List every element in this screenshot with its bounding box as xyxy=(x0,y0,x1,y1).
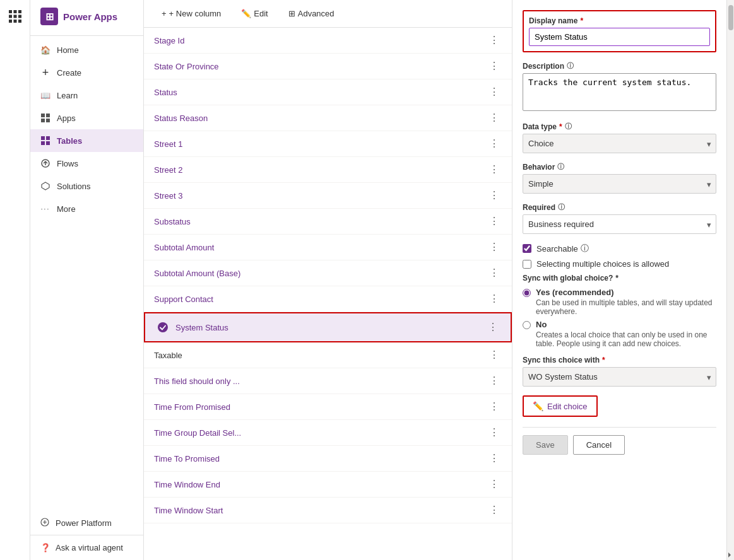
sync-yes-label: Yes (recommended) xyxy=(536,288,716,297)
list-item-more-icon[interactable]: ⋮ xyxy=(485,321,500,334)
list-item[interactable]: Street 2 ⋮ xyxy=(144,157,512,183)
sidebar-item-solutions[interactable]: Solutions xyxy=(30,175,143,197)
new-column-button[interactable]: + + New column xyxy=(154,5,228,22)
list-item-more-icon[interactable]: ⋮ xyxy=(487,241,502,254)
sync-yes-radio[interactable] xyxy=(523,289,531,297)
sidebar-label-solutions: Solutions xyxy=(57,182,90,191)
save-button[interactable]: Save xyxy=(523,435,568,455)
scrollbar[interactable] xyxy=(726,0,734,560)
sidebar-item-learn[interactable]: 📖 Learn xyxy=(30,84,143,107)
list-item[interactable]: Time To Promised ⋮ xyxy=(144,446,512,472)
data-type-select[interactable]: Choice xyxy=(523,134,716,153)
list-item[interactable]: Status Reason ⋮ xyxy=(144,105,512,131)
learn-icon: 📖 xyxy=(40,90,50,100)
behavior-label: Behavior ⓘ xyxy=(523,162,716,172)
list-item[interactable]: Street 3 ⋮ xyxy=(144,183,512,209)
searchable-checkbox[interactable] xyxy=(523,244,531,253)
list-item-more-icon[interactable]: ⋮ xyxy=(487,375,502,387)
list-item-more-icon[interactable]: ⋮ xyxy=(487,267,502,279)
svg-point-19 xyxy=(158,322,168,332)
sync-no-desc: Creates a local choice that can only be … xyxy=(536,330,716,348)
list-item-more-icon[interactable]: ⋮ xyxy=(487,400,502,413)
list-item-more-icon[interactable]: ⋮ xyxy=(487,163,502,176)
description-textarea[interactable]: Tracks the current system status. xyxy=(523,73,716,111)
list-item-more-icon[interactable]: ⋮ xyxy=(487,112,502,124)
edit-choice-button[interactable]: ✏️ Edit choice xyxy=(523,395,598,417)
list-item[interactable]: This field should only ... ⋮ xyxy=(144,368,512,394)
description-info-icon: ⓘ xyxy=(567,61,574,71)
list-item[interactable]: Time From Promised ⋮ xyxy=(144,394,512,420)
sidebar-item-flows[interactable]: Flows xyxy=(30,152,143,175)
list-item-more-icon[interactable]: ⋮ xyxy=(487,426,502,439)
sync-no-radio[interactable] xyxy=(523,321,531,329)
sidebar-label-learn: Learn xyxy=(57,91,78,100)
list-item-more-icon[interactable]: ⋮ xyxy=(487,34,502,47)
sync-yes-desc: Can be used in multiple tables, and will… xyxy=(536,298,716,316)
list-item[interactable]: Street 1 ⋮ xyxy=(144,131,512,157)
sync-global-title: Sync with global choice? * xyxy=(523,274,716,283)
sidebar-label-create: Create xyxy=(57,68,81,78)
list-item-more-icon[interactable]: ⋮ xyxy=(487,86,502,98)
list-item[interactable]: Taxable ⋮ xyxy=(144,342,512,368)
list-item-more-icon[interactable]: ⋮ xyxy=(487,293,502,305)
multiple-choices-checkbox[interactable] xyxy=(523,260,531,269)
list-item[interactable]: Time Group Detail Sel... ⋮ xyxy=(144,420,512,446)
list-item[interactable]: Substatus ⋮ xyxy=(144,209,512,235)
list-item-more-icon[interactable]: ⋮ xyxy=(487,189,502,202)
sidebar-item-power-platform[interactable]: Power Platform xyxy=(30,511,143,535)
svg-rect-9 xyxy=(41,114,45,117)
tables-icon xyxy=(40,136,50,146)
list-item-more-icon[interactable]: ⋮ xyxy=(487,504,502,516)
sync-no-label: No xyxy=(536,320,716,329)
sync-choice-select[interactable]: WO System Status xyxy=(523,367,716,387)
list-item[interactable]: State Or Province ⋮ xyxy=(144,54,512,79)
list-item[interactable]: Subtotal Amount (Base) ⋮ xyxy=(144,260,512,286)
list-item-name: State Or Province xyxy=(154,62,487,71)
cancel-button[interactable]: Cancel xyxy=(573,435,625,455)
sidebar-item-more[interactable]: ··· More xyxy=(30,197,143,220)
sync-global-section: Sync with global choice? * Yes (recommen… xyxy=(523,274,716,348)
list-item[interactable]: Time Window End ⋮ xyxy=(144,472,512,498)
behavior-select[interactable]: Simple xyxy=(523,174,716,194)
advanced-button[interactable]: ⊞ Advanced xyxy=(281,5,342,22)
behavior-group: Behavior ⓘ Simple ▾ xyxy=(523,162,716,194)
list-item[interactable]: Stage Id ⋮ xyxy=(144,28,512,54)
solutions-icon xyxy=(40,181,50,191)
svg-rect-4 xyxy=(13,15,16,18)
list-item-name: Support Contact xyxy=(154,295,487,304)
list-item-more-icon[interactable]: ⋮ xyxy=(487,349,502,361)
new-column-label: + New column xyxy=(169,9,222,18)
scrollbar-thumb[interactable] xyxy=(728,5,733,30)
sidebar-label-tables: Tables xyxy=(57,136,82,146)
list-item[interactable]: Support Contact ⋮ xyxy=(144,286,512,312)
list-item[interactable]: Status ⋮ xyxy=(144,79,512,105)
sidebar-item-create[interactable]: + Create xyxy=(30,61,143,84)
sidebar-item-home[interactable]: 🏠 Home xyxy=(30,38,143,61)
display-name-label: Display name * xyxy=(529,16,710,25)
edit-button[interactable]: ✏️ Edit xyxy=(234,5,275,22)
svg-rect-7 xyxy=(13,20,16,23)
sidebar-item-ask-agent[interactable]: ❓ Ask a virtual agent xyxy=(30,535,143,560)
left-nav xyxy=(0,0,30,560)
list-item-more-icon[interactable]: ⋮ xyxy=(487,137,502,150)
list-item[interactable]: Subtotal Amount ⋮ xyxy=(144,235,512,260)
edit-choice-label: Edit choice xyxy=(547,402,588,411)
list-item-selected[interactable]: System Status ⋮ xyxy=(144,312,512,342)
list-item-more-icon[interactable]: ⋮ xyxy=(487,452,502,465)
list-item-more-icon[interactable]: ⋮ xyxy=(487,215,502,228)
list-item-more-icon[interactable]: ⋮ xyxy=(487,60,502,73)
sidebar-item-apps[interactable]: Apps xyxy=(30,107,143,129)
list-item[interactable]: Time Window Start ⋮ xyxy=(144,498,512,523)
edit-choice-container: ✏️ Edit choice xyxy=(523,395,716,417)
waffle-menu-icon[interactable] xyxy=(4,5,27,28)
sidebar-item-tables[interactable]: Tables xyxy=(30,129,143,152)
display-name-input[interactable] xyxy=(529,28,710,46)
searchable-label: Searchable ⓘ xyxy=(536,243,589,254)
sidebar: ⊞ Power Apps 🏠 Home + Create 📖 Learn App… xyxy=(30,0,144,560)
list-item-more-icon[interactable]: ⋮ xyxy=(487,478,502,491)
svg-rect-14 xyxy=(46,136,50,140)
svg-rect-0 xyxy=(9,10,12,13)
scroll-down-arrow[interactable] xyxy=(728,552,733,557)
required-select[interactable]: Business required Optional System requir… xyxy=(523,214,716,234)
list-item-name: This field should only ... xyxy=(154,376,487,386)
